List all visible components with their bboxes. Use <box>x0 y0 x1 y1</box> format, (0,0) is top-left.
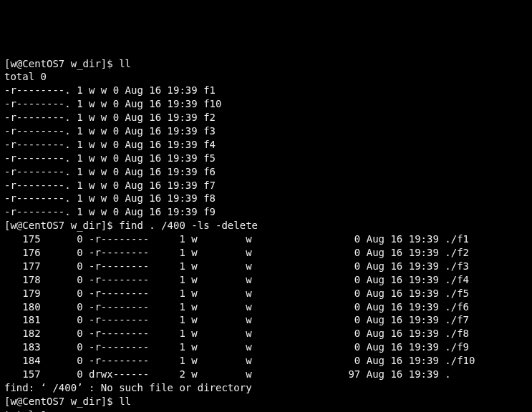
ll-row: -r--------. 1 w w 0 Aug 16 19:39 f1 <box>4 84 216 96</box>
find-row: 178 0 -r-------- 1 w w 0 Aug 16 19:39 ./… <box>4 274 469 285</box>
ll-row: -r--------. 1 w w 0 Aug 16 19:39 f5 <box>4 152 216 164</box>
ll-row: -r--------. 1 w w 0 Aug 16 19:39 f6 <box>4 166 216 177</box>
find-row: 181 0 -r-------- 1 w w 0 Aug 16 19:39 ./… <box>4 314 469 325</box>
ll-row: -r--------. 1 w w 0 Aug 16 19:39 f4 <box>4 139 216 150</box>
find-error: find: ‘ /400’ : No such file or director… <box>4 382 252 393</box>
terminal-output[interactable]: [w@CentOS7 w_dir]$ ll total 0 -r--------… <box>4 57 528 412</box>
ll-row: -r--------. 1 w w 0 Aug 16 19:39 f9 <box>4 206 216 217</box>
ll-row: -r--------. 1 w w 0 Aug 16 19:39 f2 <box>4 112 216 123</box>
ll-row: -r--------. 1 w w 0 Aug 16 19:39 f10 <box>4 98 221 109</box>
find-row: 157 0 drwx------ 2 w w 97 Aug 16 19:39 . <box>4 368 451 380</box>
find-row: 175 0 -r-------- 1 w w 0 Aug 16 19:39 ./… <box>4 233 469 245</box>
find-row: 179 0 -r-------- 1 w w 0 Aug 16 19:39 ./… <box>4 288 469 299</box>
find-row: 184 0 -r-------- 1 w w 0 Aug 16 19:39 ./… <box>4 355 475 366</box>
find-row: 180 0 -r-------- 1 w w 0 Aug 16 19:39 ./… <box>4 301 469 313</box>
find-row: 177 0 -r-------- 1 w w 0 Aug 16 19:39 ./… <box>4 260 469 272</box>
ll-total: total 0 <box>4 409 47 412</box>
prompt-line: [w@CentOS7 w_dir]$ find . /400 -ls -dele… <box>4 220 258 231</box>
ll-row: -r--------. 1 w w 0 Aug 16 19:39 f8 <box>4 192 216 204</box>
ll-total: total 0 <box>4 71 47 82</box>
prompt-line: [w@CentOS7 w_dir]$ ll <box>4 58 131 69</box>
find-row: 183 0 -r-------- 1 w w 0 Aug 16 19:39 ./… <box>4 341 469 353</box>
prompt-line: [w@CentOS7 w_dir]$ ll <box>4 396 131 407</box>
ll-row: -r--------. 1 w w 0 Aug 16 19:39 f7 <box>4 180 216 191</box>
ll-row: -r--------. 1 w w 0 Aug 16 19:39 f3 <box>4 125 216 137</box>
find-row: 176 0 -r-------- 1 w w 0 Aug 16 19:39 ./… <box>4 247 469 258</box>
find-row: 182 0 -r-------- 1 w w 0 Aug 16 19:39 ./… <box>4 328 469 339</box>
